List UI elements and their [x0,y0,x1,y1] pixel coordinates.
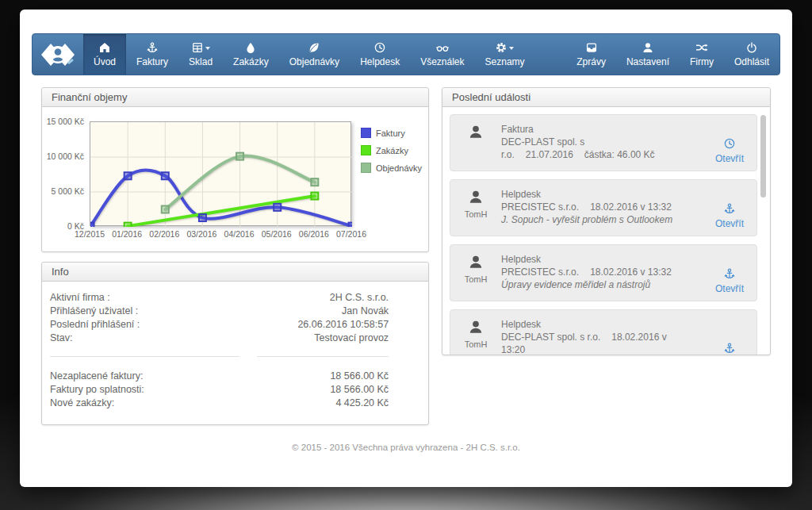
person-icon [469,128,483,141]
open-link[interactable]: Otevřít [715,283,744,294]
inbox-icon [586,42,597,53]
event-username: TomH [450,209,501,219]
nav-item-label: Faktury [136,56,168,67]
legend-label: Faktury [376,128,405,138]
info-row: Faktury po splatnosti:18 566.00 Kč [50,383,389,397]
finance-panel-title: Finanční objemy [42,88,428,107]
event-meta: DEC-PLAST spol. s r.o.21.07.2016částka: … [501,136,684,161]
nav-item-label: Úvod [94,56,116,67]
event-card: TomHHelpdeskPRECISTEC s.r.o.18.02.2016 v… [450,244,757,301]
info-label: Poslední přihlášení : [50,318,247,332]
anchor-icon [715,203,744,215]
legend-item: Objednávky [361,163,422,173]
event-meta: PRECISTEC s.r.o.18.02.2016 v 13:32 [501,201,683,213]
chevron-down-icon [205,47,210,50]
nav-item-faktury[interactable]: Faktury [126,34,178,75]
chart-x-axis: 12/201501/201602/201603/201604/201605/20… [90,229,351,242]
event-username: TomH [450,274,501,284]
nav-item-label: Helpdesk [360,56,400,67]
open-link[interactable]: Otevřít [715,153,744,164]
chart-plot-area [90,121,351,226]
event-card: FakturaDEC-PLAST spol. s r.o.21.07.2016č… [450,114,757,171]
event-details: HelpdeskPRECISTEC s.r.o.18.02.2016 v 13:… [501,188,683,229]
legend-swatch [361,145,371,155]
event-user: TomH [450,188,501,229]
event-username: TomH [450,339,501,349]
main-content: Finanční objemy 15 000 Kč10 000 Kč5 000 … [20,87,792,425]
nav-item-zpravy[interactable]: Zprávy [566,34,616,75]
events-scrollbar-thumb[interactable] [760,115,766,197]
info-label: Přihlášený uživatel : [50,305,247,318]
event-user: TomH [450,318,501,355]
nav-item-objednavky[interactable]: Objednávky [279,34,350,75]
info-panel-title: Info [42,263,428,282]
event-card: TomHHelpdeskPRECISTEC s.r.o.18.02.2016 v… [450,179,757,236]
event-meta: DEC-PLAST spol. s r.o.18.02.2016 v 13:20 [501,331,684,355]
event-details: HelpdeskDEC-PLAST spol. s r.o.18.02.2016… [501,318,684,355]
nav-items-right: ZprávyNastaveníFirmyOdhlásit [566,34,779,75]
info-body: Aktivní firma :2H C.S. s.r.o.Přihlášený … [42,282,428,424]
x-axis-tick: 12/2015 [75,229,105,239]
shuffle-icon [695,42,708,53]
event-user: TomH [450,253,501,294]
y-axis-tick: 15 000 Kč [47,117,84,126]
nav-item-label: Seznamy [485,56,525,67]
finance-panel: Finanční objemy 15 000 Kč10 000 Kč5 000 … [41,87,429,252]
clock-icon [715,138,744,150]
gear-icon [496,42,507,53]
nav-item-vseznalek[interactable]: Všeználek [410,34,474,75]
nav-item-label: Odhlásit [734,56,769,67]
user-icon [642,42,653,53]
finance-chart: 15 000 Kč10 000 Kč5 000 Kč0 Kč 12/201501… [42,107,428,251]
events-list: FakturaDEC-PLAST spol. s r.o.21.07.2016č… [442,107,770,355]
nav-item-seznamy[interactable]: Seznamy [475,34,535,75]
nav-item-odhlasit[interactable]: Odhlásit [724,34,779,75]
x-axis-tick: 02/2016 [149,229,179,239]
x-axis-tick: 04/2016 [224,229,255,239]
nav-items-left: ÚvodFakturySkladZakázkyObjednávkyHelpdes… [83,34,535,75]
desktop-backdrop: ÚvodFakturySkladZakázkyObjednávkyHelpdes… [0,0,812,510]
event-meta: PRECISTEC s.r.o.18.02.2016 v 13:32 [501,266,683,278]
info-value: 4 425.20 Kč [247,397,389,410]
app-logo[interactable] [33,34,83,75]
legend-item: Zakázky [361,145,422,155]
event-user [450,123,501,164]
info-value: Jan Novák [247,305,389,318]
info-panel: Info Aktivní firma :2H C.S. s.r.o.Přihlá… [41,262,429,425]
nav-item-uvod[interactable]: Úvod [83,34,126,75]
chart-legend: FakturyZakázkyObjednávky [361,121,422,180]
nav-item-label: Nastavení [626,56,669,67]
nav-item-sklad[interactable]: Sklad [178,34,223,75]
open-link[interactable]: Otevřít [715,218,744,229]
person-icon [469,323,483,336]
chart-y-axis: 15 000 Kč10 000 Kč5 000 Kč0 Kč [47,121,90,226]
anchor-icon [715,343,744,355]
x-axis-tick: 03/2016 [186,229,216,239]
events-panel-title: Poslední události [442,88,770,107]
power-icon [746,42,757,53]
event-type: Faktura [501,123,684,136]
nav-item-nastaveni[interactable]: Nastavení [616,34,680,75]
info-row: Nezaplacené faktury:18 566.00 Kč [50,370,389,383]
nav-item-zakazky[interactable]: Zakázky [223,34,279,75]
legend-item: Faktury [361,128,422,138]
nav-item-firmy[interactable]: Firmy [680,34,724,75]
nav-item-label: Objednávky [289,56,339,67]
clock-icon [374,42,385,53]
chevron-down-icon [509,47,514,50]
event-type: Helpdesk [501,253,683,266]
event-open: Otevřít [715,203,744,230]
copyright-footer: © 2015 - 2016 Všechna práva vyhrazena - … [20,443,792,452]
x-axis-tick: 05/2016 [262,229,292,239]
calculator-icon [192,42,203,53]
event-type: Helpdesk [501,318,684,331]
x-axis-tick: 07/2016 [336,229,366,239]
info-value: Testovací provoz [247,332,389,345]
event-open: Otevřít [715,138,744,165]
nav-item-helpdesk[interactable]: Helpdesk [350,34,410,75]
home-icon [99,42,110,53]
y-axis-tick: 5 000 Kč [52,186,84,196]
nav-item-label: Všeználek [420,56,464,67]
info-label: Nezaplacené faktury: [50,370,247,383]
info-row: Nové zakázky:4 425.20 Kč [50,397,389,410]
